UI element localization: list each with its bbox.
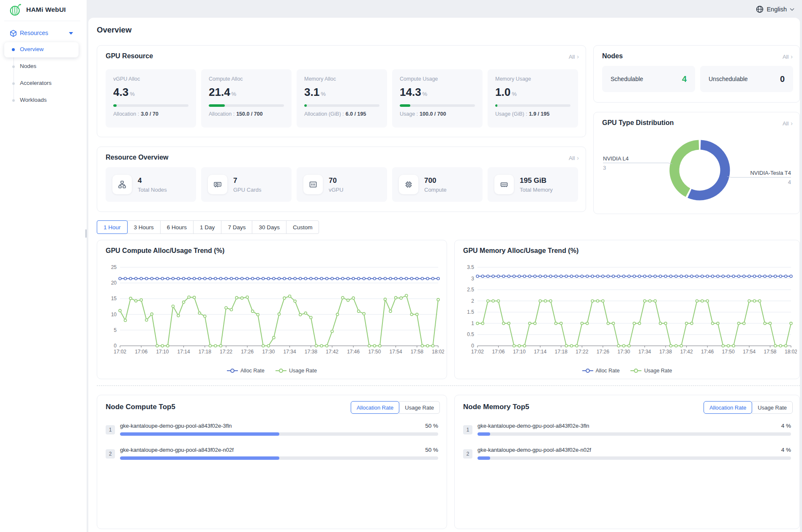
stat-card-compute-usage: Compute Usage 14.3% Usage :100.0 / 700 [392,69,483,128]
svg-text:17:26: 17:26 [241,349,254,355]
stat-caption: Allocation : [209,111,235,117]
stat-amount: 100.0 / 700 [420,111,446,117]
node-value: 4 % [781,447,791,453]
stat-amount: 3.0 / 70 [141,111,158,117]
vgpu-icon [303,175,323,194]
legend-alloc-rate[interactable]: Alloc Rate [227,368,265,374]
tab-1-hour[interactable]: 1 Hour [97,220,128,234]
svg-text:17:58: 17:58 [764,349,777,355]
legend-usage-rate[interactable]: Usage Rate [276,368,317,374]
usage-rate-toggle[interactable]: Usage Rate [752,401,793,414]
svg-text:18:02: 18:02 [432,349,444,355]
legend-label: Usage Rate [644,368,672,374]
table-row: 1 gke-kantaloupe-demo-gpu-pool-a843f02e-… [106,421,438,442]
gpu-resource-panel: GPU Resource All › vGPU Alloc 4.3% Alloc… [97,45,586,137]
legend-usage-rate[interactable]: Usage Rate [630,368,672,374]
svg-text:17:18: 17:18 [199,349,211,355]
rank-badge: 1 [106,425,115,434]
resource-overview-all-link[interactable]: All › [569,155,579,161]
svg-text:17:34: 17:34 [638,349,651,355]
compute-icon [399,175,418,194]
sidebar-item-workloads[interactable]: Workloads [4,93,79,108]
chevron-right-icon: › [577,155,579,161]
tree-dot-icon [12,99,15,102]
resource-overview-title: Resource Overview [106,154,169,161]
svg-text:17:54: 17:54 [390,349,402,355]
sidebar-item-label: Overview [20,46,44,52]
memory-trend-title: GPU Memory Alloc/Usage Trend (%) [463,247,578,255]
ro-value: 195 GiB [520,176,553,185]
svg-text:5: 5 [114,327,117,333]
language-selector[interactable]: English [756,4,794,14]
tab-1-day[interactable]: 1 Day [193,220,221,234]
sidebar-item-nodes[interactable]: Nodes [4,59,79,74]
donut-leader-line [603,163,672,164]
all-label: All [783,120,788,127]
tab-30-days[interactable]: 30 Days [252,220,286,234]
node-name: gke-kantaloupe-demo-gpu-pool-a843f02e-3f… [477,423,589,429]
stat-caption: Usage : [400,111,418,117]
stat-label: Compute Usage [400,76,475,82]
svg-text:17:30: 17:30 [617,349,630,355]
stat-value: 1.0 [495,86,510,98]
svg-text:17:38: 17:38 [659,349,672,355]
nodes-title: Nodes [602,52,623,60]
top5-rows: 1 gke-kantaloupe-demo-gpu-pool-a843f02e-… [106,421,438,470]
nodes-all-link[interactable]: All › [783,53,793,60]
legend-alloc-rate[interactable]: Alloc Rate [582,368,620,374]
progress-fill [120,432,279,436]
node-stats: Schedulable 4 Unschedulable 0 [602,66,793,92]
tab-custom[interactable]: Custom [286,220,319,234]
usage-rate-toggle[interactable]: Usage Rate [399,401,440,414]
svg-text:17:02: 17:02 [114,349,126,355]
top5-rows: 1 gke-kantaloupe-demo-gpu-pool-a843f02e-… [463,421,791,470]
globe-icon [756,5,764,13]
main-content: Overview GPU Resource All › vGPU Alloc 4… [88,18,800,532]
sidebar-section-label: Resources [20,30,48,36]
sidebar-section-resources[interactable]: Resources [0,26,87,41]
stat-amount: 150.0 / 700 [236,111,263,117]
progress-fill [477,432,490,436]
gpu-resource-all-link[interactable]: All › [569,53,579,60]
sidebar-resize-handle[interactable] [85,229,87,238]
tab-6-hours[interactable]: 6 Hours [160,220,194,234]
svg-text:10: 10 [111,312,117,318]
all-label: All [569,54,575,60]
progress-track [304,104,379,107]
sidebar-item-accelerators[interactable]: Accelerators [4,76,79,91]
svg-text:17:26: 17:26 [597,349,609,355]
allocation-rate-toggle[interactable]: Allocation Rate [704,401,752,414]
svg-text:17:10: 17:10 [156,349,169,355]
chevron-down-icon [790,8,794,11]
svg-text:17:02: 17:02 [471,349,484,355]
tree-dot-icon [12,48,15,51]
caret-down-icon [69,32,73,35]
tab-7-days[interactable]: 7 Days [221,220,252,234]
donut-label: NVIDIA-Tesla T4 [750,170,791,176]
allocation-rate-toggle[interactable]: Allocation Rate [351,401,399,414]
stat-label: Memory Usage [495,76,570,82]
tab-3-hours[interactable]: 3 Hours [127,220,161,234]
gpu-resource-title: GPU Resource [106,52,153,60]
progress-fill [400,104,410,107]
gpu-card-icon [208,175,227,194]
stat-card-memory-alloc: Memory Alloc 3.1% Allocation (GiB) :6.0 … [297,69,387,128]
svg-text:17:50: 17:50 [368,349,381,355]
ro-value: 7 [233,176,261,185]
node-name: gke-kantaloupe-demo-gpu-pool-a843f02e-n0… [120,447,234,453]
hami-webui-dashboard: HAMi WebUI Resources Overview Nodes Acce… [0,0,802,532]
svg-text:3: 3 [471,276,474,282]
svg-text:18:02: 18:02 [785,349,797,355]
stat-unit: % [512,91,517,97]
donut-value: 4 [788,179,791,185]
sidebar-divider [4,21,80,21]
gpu-stat-cards: vGPU Alloc 4.3% Allocation :3.0 / 70 Com… [106,69,578,128]
node-compute-top5-panel: Node Compute Top5 Allocation Rate Usage … [97,395,447,529]
gpu-type-all-link[interactable]: All › [783,120,793,127]
sidebar-item-overview[interactable]: Overview [4,42,79,57]
stat-amount: 1.9 / 195 [529,111,550,117]
tree-dot-icon [12,65,15,68]
svg-text:1: 1 [471,320,474,326]
stat-value: 3.1 [304,86,319,98]
svg-text:17:22: 17:22 [220,349,232,355]
